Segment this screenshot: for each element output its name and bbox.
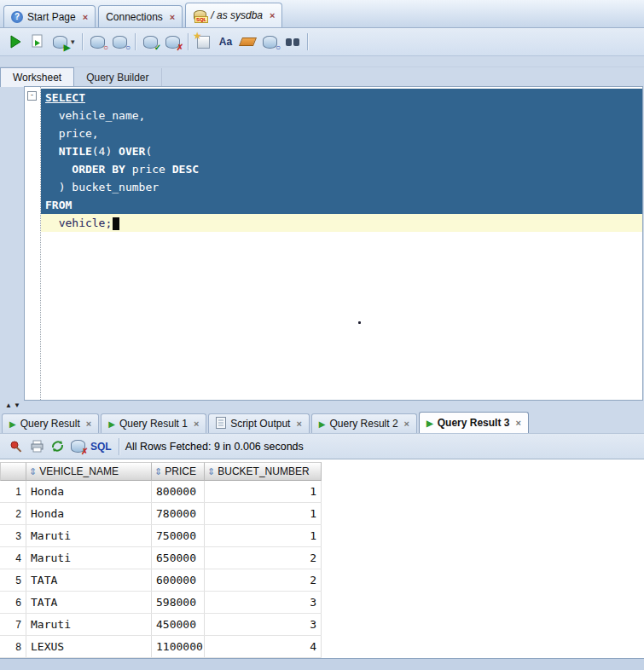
clear-icon[interactable]: [239, 32, 258, 51]
run-statement-icon[interactable]: [6, 32, 25, 51]
bucket-number-cell[interactable]: 1: [205, 525, 322, 546]
close-icon[interactable]: ×: [170, 12, 175, 22]
vehicle-name-cell[interactable]: Honda: [26, 481, 152, 502]
close-icon[interactable]: ×: [270, 10, 275, 20]
sort-icon[interactable]: ⇕: [207, 466, 215, 477]
price-cell[interactable]: 1100000: [152, 636, 205, 657]
bucket-number-cell[interactable]: 3: [205, 614, 322, 635]
code-token: ORDER BY: [72, 163, 125, 176]
code-line[interactable]: NTILE(4) OVER(: [41, 142, 642, 160]
tab-connections[interactable]: Connections ×: [98, 5, 183, 27]
tab-label: Query Result: [20, 418, 80, 430]
bucket-number-cell[interactable]: 1: [205, 481, 322, 502]
tab-sysdba[interactable]: SQL / as sysdba ×: [185, 3, 282, 27]
column-header-bucket-number[interactable]: ⇕ BUCKET_NUMBER: [205, 462, 322, 481]
code-line[interactable]: SELECT: [41, 89, 642, 107]
bucket-number-cell[interactable]: 1: [205, 503, 322, 524]
tab-label: Connections: [106, 11, 163, 23]
tab-query-builder[interactable]: Query Builder: [74, 68, 161, 87]
close-icon[interactable]: ×: [194, 419, 199, 429]
tab-query-result-3[interactable]: ▶ Query Result 3 ×: [419, 412, 529, 433]
price-cell[interactable]: 600000: [152, 569, 205, 591]
sql-id-icon[interactable]: ★: [194, 32, 213, 51]
sql-history-icon[interactable]: ○: [261, 32, 280, 51]
bucket-number-cell[interactable]: 3: [205, 592, 322, 613]
chevron-down-icon[interactable]: ▾: [71, 38, 75, 46]
code-line[interactable]: vehicle;: [41, 214, 642, 232]
row-number-header[interactable]: [0, 462, 26, 481]
print-icon[interactable]: [27, 437, 46, 456]
collapse-up-icon[interactable]: ▲: [5, 402, 12, 409]
vehicle-name-cell[interactable]: Maruti: [26, 525, 152, 546]
sql-editor[interactable]: - SELECT vehicle_name, price, NTILE(4) O…: [24, 86, 643, 401]
row-number-cell[interactable]: 6: [0, 592, 26, 613]
code-line[interactable]: FROM: [41, 196, 642, 214]
find-db-object-icon[interactable]: [283, 32, 302, 51]
row-number-cell[interactable]: 5: [0, 569, 26, 591]
price-cell[interactable]: 650000: [152, 547, 205, 569]
code-lines[interactable]: SELECT vehicle_name, price, NTILE(4) OVE…: [41, 89, 642, 232]
price-cell[interactable]: 598000: [152, 592, 205, 613]
refresh-icon[interactable]: [48, 437, 67, 456]
close-icon[interactable]: ×: [515, 418, 520, 428]
code-line[interactable]: ORDER BY price DESC: [41, 160, 642, 178]
row-number-cell[interactable]: 7: [0, 614, 26, 635]
code-fold-icon[interactable]: -: [27, 91, 37, 101]
grid-rows: 1Honda80000012Honda78000013Maruti7500001…: [0, 481, 322, 658]
tab-query-result-1[interactable]: ▶ Query Result 1 ×: [101, 413, 206, 433]
close-icon[interactable]: ×: [404, 419, 409, 429]
code-line[interactable]: vehicle_name,: [41, 107, 642, 124]
delete-icon[interactable]: ✗: [68, 437, 87, 456]
tab-query-result[interactable]: ▶ Query Result ×: [2, 413, 99, 433]
tab-label: Start Page: [27, 11, 76, 23]
column-label: VEHICLE_NAME: [39, 465, 119, 477]
worksheet-toolbar: ▶ ▾ ○ ○ ✓ ✗ ★ Aa ○: [0, 28, 644, 56]
column-header-vehicle-name[interactable]: ⇕ VEHICLE_NAME: [26, 462, 152, 481]
code-line[interactable]: price,: [41, 124, 642, 142]
table-row: 7Maruti4500003: [0, 614, 322, 636]
price-cell[interactable]: 800000: [152, 481, 205, 502]
vehicle-name-cell[interactable]: Maruti: [26, 614, 152, 635]
row-number-cell[interactable]: 1: [0, 481, 26, 502]
tab-worksheet[interactable]: Worksheet: [0, 67, 74, 87]
vehicle-name-cell[interactable]: Honda: [26, 503, 152, 524]
close-icon[interactable]: ×: [83, 12, 88, 22]
tab-start-page[interactable]: ? Start Page ×: [3, 5, 96, 27]
rollback-icon[interactable]: ✗: [164, 32, 183, 51]
row-number-cell[interactable]: 2: [0, 503, 26, 524]
tab-query-result-2[interactable]: ▶ Query Result 2 ×: [311, 413, 417, 433]
close-icon[interactable]: ×: [296, 419, 301, 429]
grid-header-row: ⇕ VEHICLE_NAME ⇕ PRICE ⇕ BUCKET_NUMBER: [0, 462, 322, 481]
run-script-icon[interactable]: [28, 32, 47, 51]
row-number-cell[interactable]: 4: [0, 547, 26, 569]
code-line[interactable]: ) bucket_number: [41, 178, 642, 196]
sql-button[interactable]: SQL: [90, 441, 112, 453]
commit-icon[interactable]: ✓: [142, 32, 160, 51]
results-toolbar: ✗ SQL All Rows Fetched: 9 in 0.006 secon…: [0, 433, 644, 459]
bucket-number-cell[interactable]: 2: [205, 547, 322, 569]
bucket-number-cell[interactable]: 2: [205, 569, 322, 591]
pane-splitter[interactable]: ▲ ▼: [0, 401, 644, 411]
vehicle-name-cell[interactable]: Maruti: [26, 547, 152, 569]
price-cell[interactable]: 750000: [152, 525, 205, 546]
close-icon[interactable]: ×: [86, 419, 91, 429]
sort-icon[interactable]: ⇕: [29, 466, 37, 477]
row-number-cell[interactable]: 3: [0, 525, 26, 546]
stray-pixel-artifact: [358, 321, 361, 324]
vehicle-name-cell[interactable]: TATA: [26, 569, 152, 591]
row-number-cell[interactable]: 8: [0, 636, 26, 657]
pin-icon[interactable]: [7, 437, 26, 456]
tab-script-output[interactable]: Script Output ×: [208, 413, 309, 433]
price-cell[interactable]: 450000: [152, 614, 205, 635]
vehicle-name-cell[interactable]: TATA: [26, 592, 152, 613]
price-cell[interactable]: 780000: [152, 503, 205, 524]
bucket-number-cell[interactable]: 4: [205, 636, 322, 657]
sort-icon[interactable]: ⇕: [154, 466, 162, 477]
autotrace-icon[interactable]: ○: [89, 32, 107, 51]
sql-tuning-icon[interactable]: ○: [111, 32, 130, 51]
vehicle-name-cell[interactable]: LEXUS: [26, 636, 152, 657]
case-toggle-icon[interactable]: Aa: [217, 32, 235, 51]
collapse-down-icon[interactable]: ▼: [14, 402, 20, 409]
column-header-price[interactable]: ⇕ PRICE: [152, 462, 205, 481]
explain-plan-icon[interactable]: ▶: [50, 32, 69, 51]
